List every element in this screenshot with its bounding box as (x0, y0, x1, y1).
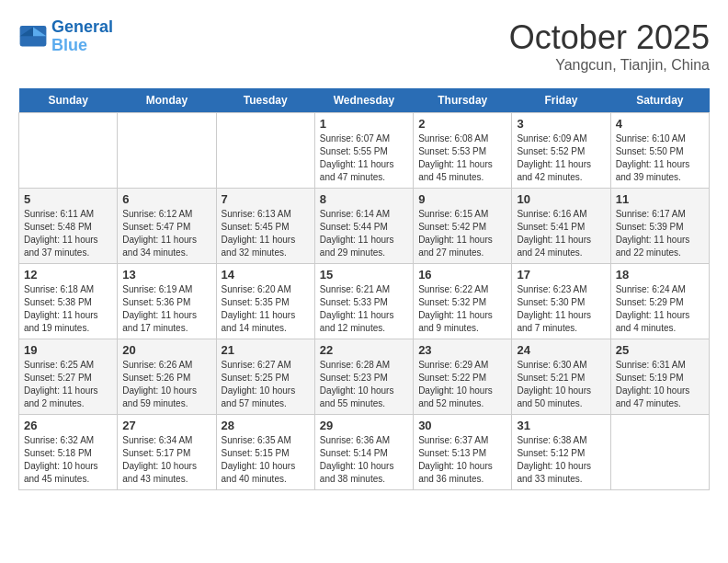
day-header-tuesday: Tuesday (216, 88, 314, 113)
date-number: 14 (222, 268, 310, 282)
cell-info: Sunrise: 6:25 AMSunset: 5:27 PMDaylight:… (24, 359, 112, 410)
week-row-3: 12Sunrise: 6:18 AMSunset: 5:38 PMDayligh… (19, 264, 710, 339)
logo-icon (18, 24, 48, 50)
date-number: 8 (320, 192, 408, 206)
cell-info: Sunrise: 6:07 AMSunset: 5:55 PMDaylight:… (320, 132, 408, 184)
cell-info: Sunrise: 6:20 AMSunset: 5:35 PMDaylight:… (222, 283, 310, 335)
cell-info: Sunrise: 6:16 AMSunset: 5:41 PMDaylight:… (517, 208, 605, 259)
month-title: October 2025 (509, 18, 710, 57)
week-row-2: 5Sunrise: 6:11 AMSunset: 5:48 PMDaylight… (19, 189, 710, 264)
date-number: 4 (616, 117, 704, 131)
calendar-cell: 25Sunrise: 6:31 AMSunset: 5:19 PMDayligh… (610, 339, 709, 415)
calendar-cell: 14Sunrise: 6:20 AMSunset: 5:35 PMDayligh… (216, 264, 314, 339)
week-row-1: 1Sunrise: 6:07 AMSunset: 5:55 PMDaylight… (19, 113, 710, 189)
cell-info: Sunrise: 6:31 AMSunset: 5:19 PMDaylight:… (616, 359, 704, 410)
logo-text: General Blue (51, 18, 113, 55)
calendar-cell: 2Sunrise: 6:08 AMSunset: 5:53 PMDaylight… (414, 113, 512, 189)
calendar-cell: 3Sunrise: 6:09 AMSunset: 5:52 PMDaylight… (512, 113, 610, 189)
week-row-4: 19Sunrise: 6:25 AMSunset: 5:27 PMDayligh… (19, 339, 710, 415)
date-number: 3 (517, 117, 605, 131)
date-number: 9 (418, 192, 506, 206)
calendar-cell: 10Sunrise: 6:16 AMSunset: 5:41 PMDayligh… (512, 189, 610, 264)
cell-info: Sunrise: 6:14 AMSunset: 5:44 PMDaylight:… (320, 208, 408, 259)
calendar-cell: 6Sunrise: 6:12 AMSunset: 5:47 PMDaylight… (118, 189, 216, 264)
calendar-cell (118, 113, 216, 189)
date-number: 16 (418, 268, 506, 282)
calendar-cell (216, 113, 314, 189)
date-number: 18 (616, 268, 704, 282)
day-header-thursday: Thursday (414, 88, 512, 113)
calendar-cell: 8Sunrise: 6:14 AMSunset: 5:44 PMDaylight… (314, 189, 413, 264)
cell-info: Sunrise: 6:18 AMSunset: 5:38 PMDaylight:… (24, 283, 112, 335)
date-number: 13 (122, 268, 210, 282)
day-header-friday: Friday (512, 88, 610, 113)
cell-info: Sunrise: 6:08 AMSunset: 5:53 PMDaylight:… (418, 132, 506, 184)
cell-info: Sunrise: 6:30 AMSunset: 5:21 PMDaylight:… (517, 359, 605, 410)
date-number: 19 (24, 343, 112, 357)
calendar-cell: 1Sunrise: 6:07 AMSunset: 5:55 PMDaylight… (314, 113, 413, 189)
calendar-cell: 31Sunrise: 6:38 AMSunset: 5:12 PMDayligh… (512, 415, 610, 490)
date-number: 6 (122, 192, 210, 206)
date-number: 30 (418, 419, 506, 432)
day-header-saturday: Saturday (610, 88, 709, 113)
cell-info: Sunrise: 6:13 AMSunset: 5:45 PMDaylight:… (222, 208, 310, 259)
calendar-cell: 30Sunrise: 6:37 AMSunset: 5:13 PMDayligh… (414, 415, 512, 490)
cell-info: Sunrise: 6:38 AMSunset: 5:12 PMDaylight:… (517, 434, 605, 486)
calendar-cell: 20Sunrise: 6:26 AMSunset: 5:26 PMDayligh… (118, 339, 216, 415)
date-number: 27 (122, 419, 210, 432)
date-number: 22 (320, 343, 408, 357)
date-number: 31 (517, 419, 605, 432)
calendar-cell: 11Sunrise: 6:17 AMSunset: 5:39 PMDayligh… (610, 189, 709, 264)
date-number: 11 (616, 192, 704, 206)
date-number: 10 (517, 192, 605, 206)
date-number: 20 (122, 343, 210, 357)
calendar-cell: 29Sunrise: 6:36 AMSunset: 5:14 PMDayligh… (314, 415, 413, 490)
title-block: October 2025 Yangcun, Tianjin, China (509, 18, 710, 74)
cell-info: Sunrise: 6:15 AMSunset: 5:42 PMDaylight:… (418, 208, 506, 259)
calendar-cell: 24Sunrise: 6:30 AMSunset: 5:21 PMDayligh… (512, 339, 610, 415)
date-number: 2 (418, 117, 506, 131)
cell-info: Sunrise: 6:22 AMSunset: 5:32 PMDaylight:… (418, 283, 506, 335)
calendar-cell: 9Sunrise: 6:15 AMSunset: 5:42 PMDaylight… (414, 189, 512, 264)
cell-info: Sunrise: 6:12 AMSunset: 5:47 PMDaylight:… (122, 208, 210, 259)
cell-info: Sunrise: 6:21 AMSunset: 5:33 PMDaylight:… (320, 283, 408, 335)
calendar-cell: 16Sunrise: 6:22 AMSunset: 5:32 PMDayligh… (414, 264, 512, 339)
calendar-cell (610, 415, 709, 490)
calendar-cell: 13Sunrise: 6:19 AMSunset: 5:36 PMDayligh… (118, 264, 216, 339)
date-number: 7 (222, 192, 310, 206)
week-row-5: 26Sunrise: 6:32 AMSunset: 5:18 PMDayligh… (19, 415, 710, 490)
calendar-cell: 21Sunrise: 6:27 AMSunset: 5:25 PMDayligh… (216, 339, 314, 415)
cell-info: Sunrise: 6:26 AMSunset: 5:26 PMDaylight:… (122, 359, 210, 410)
day-header-wednesday: Wednesday (314, 88, 413, 113)
day-header-row: SundayMondayTuesdayWednesdayThursdayFrid… (19, 88, 710, 113)
cell-info: Sunrise: 6:24 AMSunset: 5:29 PMDaylight:… (616, 283, 704, 335)
calendar-cell: 15Sunrise: 6:21 AMSunset: 5:33 PMDayligh… (314, 264, 413, 339)
date-number: 12 (24, 268, 112, 282)
date-number: 29 (320, 419, 408, 432)
calendar-table: SundayMondayTuesdayWednesdayThursdayFrid… (18, 88, 710, 490)
cell-info: Sunrise: 6:19 AMSunset: 5:36 PMDaylight:… (122, 283, 210, 335)
calendar-cell: 4Sunrise: 6:10 AMSunset: 5:50 PMDaylight… (610, 113, 709, 189)
cell-info: Sunrise: 6:35 AMSunset: 5:15 PMDaylight:… (222, 434, 310, 486)
calendar-cell: 22Sunrise: 6:28 AMSunset: 5:23 PMDayligh… (314, 339, 413, 415)
date-number: 15 (320, 268, 408, 282)
cell-info: Sunrise: 6:17 AMSunset: 5:39 PMDaylight:… (616, 208, 704, 259)
calendar-cell: 27Sunrise: 6:34 AMSunset: 5:17 PMDayligh… (118, 415, 216, 490)
calendar-cell: 17Sunrise: 6:23 AMSunset: 5:30 PMDayligh… (512, 264, 610, 339)
day-header-sunday: Sunday (19, 88, 118, 113)
date-number: 17 (517, 268, 605, 282)
date-number: 5 (24, 192, 112, 206)
date-number: 23 (418, 343, 506, 357)
cell-info: Sunrise: 6:34 AMSunset: 5:17 PMDaylight:… (122, 434, 210, 486)
page-header: General Blue October 2025 Yangcun, Tianj… (18, 18, 710, 74)
date-number: 21 (222, 343, 310, 357)
cell-info: Sunrise: 6:36 AMSunset: 5:14 PMDaylight:… (320, 434, 408, 486)
cell-info: Sunrise: 6:09 AMSunset: 5:52 PMDaylight:… (517, 132, 605, 184)
date-number: 24 (517, 343, 605, 357)
calendar-cell: 18Sunrise: 6:24 AMSunset: 5:29 PMDayligh… (610, 264, 709, 339)
date-number: 1 (320, 117, 408, 131)
calendar-cell: 7Sunrise: 6:13 AMSunset: 5:45 PMDaylight… (216, 189, 314, 264)
location: Yangcun, Tianjin, China (509, 57, 710, 74)
cell-info: Sunrise: 6:32 AMSunset: 5:18 PMDaylight:… (24, 434, 112, 486)
day-header-monday: Monday (118, 88, 216, 113)
